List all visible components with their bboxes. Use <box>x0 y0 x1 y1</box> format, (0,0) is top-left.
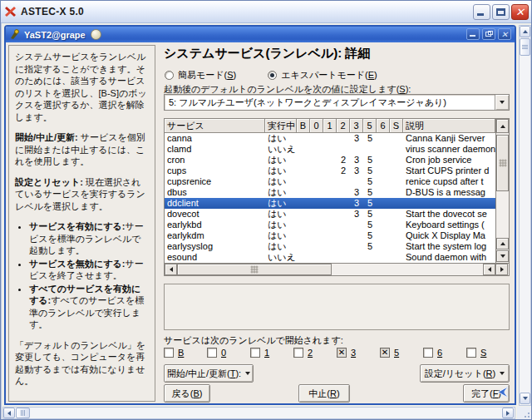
checkbox-icon[interactable] <box>250 348 260 358</box>
column-header[interactable]: 説明 <box>403 119 495 133</box>
runlevel-cell <box>390 155 403 166</box>
column-header[interactable]: 実行中 <box>265 119 297 133</box>
start-stop-refresh-button[interactable]: 開始/中止/更新(T): <box>164 364 254 383</box>
outer-hscroll-thumb[interactable] <box>16 408 30 418</box>
scroll-left-button[interactable] <box>165 264 177 275</box>
checkbox-checked-icon[interactable]: ✕ <box>337 348 347 358</box>
outer-close-button[interactable]: ✕ <box>511 4 529 20</box>
runlevel-checkbox-1[interactable]: 1 <box>250 348 293 358</box>
table-row[interactable]: clamdいいえvirus scanner daemon <box>165 144 495 155</box>
checkbox-label: 6 <box>437 348 442 358</box>
scroll-right-button[interactable] <box>495 264 508 275</box>
arrow-up-icon <box>523 30 528 33</box>
runlevel-cell <box>323 252 337 263</box>
set-reset-button[interactable]: 設定/リセット(R) <box>420 364 510 383</box>
column-header[interactable]: 5 <box>363 119 377 133</box>
service-description: Start the system log <box>403 241 495 252</box>
button-label: 設定/リセット(R) <box>425 368 495 380</box>
scroll-left-button-right[interactable] <box>483 264 495 275</box>
default-runlevel-select[interactable]: 5: フルマルチユーザ(ネットワークとディスプレイマネージャあり) <box>164 94 510 111</box>
table-horizontal-scrollbar[interactable] <box>165 263 509 275</box>
runlevel-cell <box>297 241 310 252</box>
table-row[interactable]: cupsreniceはい5renice cupsd after t <box>165 176 495 187</box>
help-paragraph: 「デフォルトのランレベル」を変更しても、コンピュータを再起動するまでは有効になり… <box>15 340 145 387</box>
abort-button[interactable]: 中止(R) <box>298 384 350 403</box>
outer-vertical-scrollbar[interactable] <box>519 25 531 406</box>
radio-expert-mode[interactable]: エキスパートモード(E) <box>268 69 377 82</box>
table-row[interactable]: ddclientはい35 <box>165 198 495 209</box>
column-header[interactable]: 6 <box>377 119 390 133</box>
checkbox-icon[interactable] <box>466 348 476 358</box>
checkbox-icon[interactable] <box>423 348 433 358</box>
combo-dropdown-button[interactable] <box>495 95 509 110</box>
runlevel-cell <box>323 220 337 230</box>
runlevel-cell <box>310 187 323 198</box>
table-row[interactable]: dbusはい35D-BUS is a messag <box>165 187 495 198</box>
window-resize-grip[interactable] <box>517 407 531 419</box>
table-row[interactable]: cupsはい235Start CUPS printer d <box>165 166 495 176</box>
horizontal-scroll-thumb[interactable] <box>177 264 332 275</box>
column-header[interactable]: 0 <box>310 119 323 133</box>
runlevel-checkbox-B[interactable]: B <box>164 348 207 358</box>
running-state: いいえ <box>265 252 297 263</box>
runlevel-checkbox-S[interactable]: S <box>466 348 510 358</box>
table-row[interactable]: earlykbdはい5Keyboard settings ( <box>165 220 495 230</box>
runlevel-cell <box>390 176 403 187</box>
outer-scroll-up-button[interactable] <box>520 26 530 37</box>
checkbox-checked-icon[interactable]: ✕ <box>380 348 390 358</box>
back-button[interactable]: 戻る(B) <box>164 384 210 403</box>
yast-restore-button[interactable] <box>482 28 495 40</box>
runlevel-cell <box>337 187 350 198</box>
table-row[interactable]: esoundいいえSound daemon with <box>165 252 495 263</box>
column-header[interactable]: S <box>390 119 403 133</box>
runlevel-checkbox-5[interactable]: ✕5 <box>380 348 423 358</box>
column-header[interactable]: 2 <box>337 119 350 133</box>
runlevel-checkbox-3[interactable]: ✕3 <box>337 348 380 358</box>
runlevel-checkbox-2[interactable]: 2 <box>293 348 337 358</box>
arrow-right-icon <box>506 411 510 416</box>
runlevel-checkbox-0[interactable]: 0 <box>207 348 250 358</box>
outer-scroll-left-button[interactable] <box>3 408 15 418</box>
outer-minimize-button[interactable] <box>473 4 490 20</box>
runlevel-cell <box>323 133 337 144</box>
scroll-down-button[interactable] <box>496 250 509 262</box>
runlevel-cell <box>310 198 323 209</box>
table-header-row[interactable]: サービス実行中B012356S説明 <box>165 119 495 133</box>
checkbox-icon[interactable] <box>164 348 174 358</box>
outer-maximize-button[interactable] <box>492 4 510 20</box>
runlevel-checkbox-6[interactable]: 6 <box>423 348 466 358</box>
help-term: サービスを有効にする: <box>29 221 125 231</box>
runlevel-cell <box>297 155 310 166</box>
checkbox-icon[interactable] <box>293 348 303 358</box>
outer-vscroll-thumb[interactable] <box>520 38 530 56</box>
table-row[interactable]: dovecotはい35Start the dovecot se <box>165 209 495 220</box>
outer-scroll-right-button[interactable] <box>502 408 514 418</box>
column-header[interactable]: 3 <box>350 119 363 133</box>
column-header[interactable]: B <box>297 119 310 133</box>
checkbox-icon[interactable] <box>207 348 217 358</box>
table-row[interactable]: earlysyslogはい5Start the system log <box>165 241 495 252</box>
table-vertical-scrollbar[interactable] <box>495 119 509 263</box>
service-description: D-BUS is a messag <box>403 187 495 198</box>
outer-scroll-down-button[interactable] <box>520 393 530 404</box>
help-bullet-list: サービスを有効にする:サービスを標準のランレベルで起動します。 サービスを無効に… <box>15 220 149 331</box>
arrow-down-icon <box>523 397 528 400</box>
column-header[interactable]: 1 <box>323 119 337 133</box>
help-term: 開始/中止/更新: <box>15 132 78 142</box>
vertical-scroll-thumb[interactable] <box>496 135 509 191</box>
table-row[interactable]: cannaはい35Canna Kanji Server <box>165 133 495 144</box>
yast-close-button[interactable]: ✕ <box>498 28 511 40</box>
yast-titlebar[interactable]: YaST2@grape ✕ <box>6 27 515 42</box>
scroll-up-button-bottom[interactable] <box>496 238 509 250</box>
table-row[interactable]: cronはい235Cron job service <box>165 155 495 166</box>
column-header[interactable]: サービス <box>165 119 265 133</box>
runlevel-cell: 5 <box>363 198 377 209</box>
scroll-up-button[interactable] <box>496 119 509 133</box>
radio-simple-mode[interactable]: 簡易モード(S) <box>165 69 236 82</box>
running-state: はい <box>265 198 297 209</box>
outer-titlebar[interactable]: ASTEC-X 5.0 ✕ <box>1 1 532 23</box>
yast-minimize-button[interactable] <box>466 28 480 40</box>
service-description-box <box>164 284 510 330</box>
outer-horizontal-scrollbar[interactable] <box>2 407 515 419</box>
table-row[interactable]: earlykdmはい5Quick X Display Ma <box>165 230 495 241</box>
